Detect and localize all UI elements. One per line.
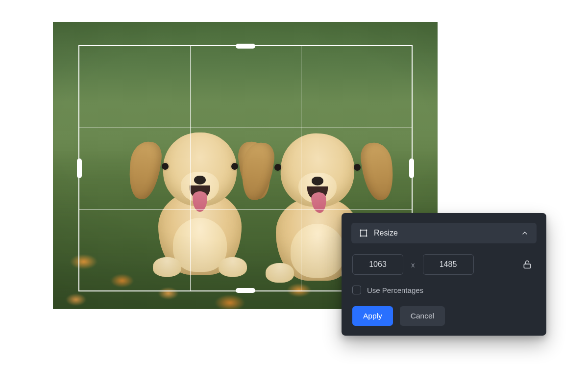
- apply-button[interactable]: Apply: [352, 306, 393, 326]
- cancel-button[interactable]: Cancel: [400, 306, 445, 326]
- svg-point-1: [360, 230, 362, 231]
- svg-point-3: [360, 236, 362, 237]
- svg-rect-5: [524, 264, 530, 268]
- panel-button-row: Apply Cancel: [351, 306, 537, 326]
- resize-panel-header[interactable]: Resize: [351, 223, 537, 243]
- svg-point-4: [366, 236, 368, 237]
- aspect-lock-toggle[interactable]: [519, 256, 536, 273]
- resize-panel: Resize x Use Percentages Apply Cancel: [342, 213, 546, 336]
- use-percentages-label: Use Percentages: [367, 286, 423, 294]
- dimensions-row: x: [351, 254, 537, 275]
- height-input[interactable]: [423, 254, 474, 275]
- width-input[interactable]: [352, 254, 403, 275]
- resize-icon: [359, 229, 368, 237]
- use-percentages-checkbox[interactable]: [352, 286, 361, 294]
- crop-handle-right[interactable]: [409, 158, 414, 178]
- unlock-icon: [522, 260, 532, 269]
- crop-handle-top[interactable]: [236, 44, 255, 49]
- crop-handle-bottom[interactable]: [236, 288, 255, 293]
- image-subject: [141, 118, 259, 275]
- svg-point-2: [366, 230, 368, 231]
- resize-panel-title: Resize: [374, 229, 398, 237]
- svg-rect-0: [361, 230, 367, 236]
- chevron-up-icon[interactable]: [521, 229, 529, 237]
- dimension-separator: x: [411, 261, 415, 269]
- crop-handle-left[interactable]: [77, 158, 82, 178]
- use-percentages-row[interactable]: Use Percentages: [351, 286, 537, 294]
